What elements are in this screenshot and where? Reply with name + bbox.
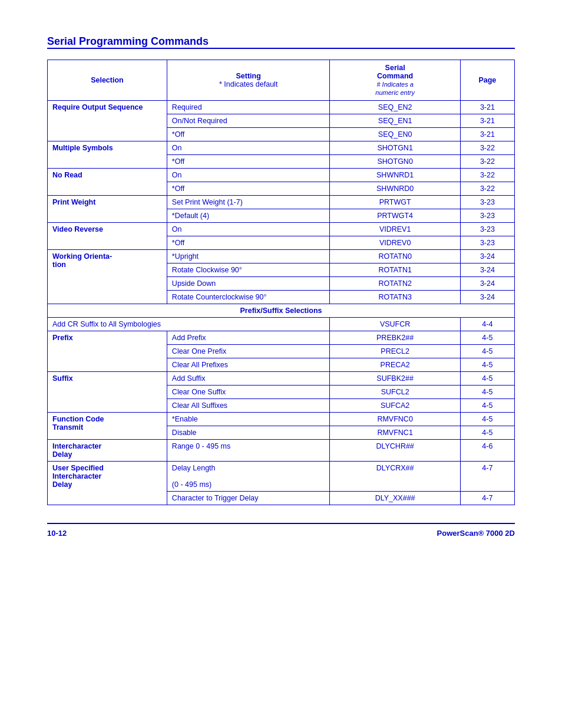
command-cell: SHWNRD1 bbox=[330, 169, 460, 182]
page-cell: 3-22 bbox=[460, 169, 514, 182]
selection-cell: Print Weight bbox=[48, 196, 167, 223]
setting-cell: Add Prefix bbox=[167, 331, 330, 345]
setting-cell: *Off bbox=[167, 236, 330, 250]
setting-cell: Character to Trigger Delay bbox=[167, 492, 330, 505]
table-row: User SpecifiedIntercharacterDelayDelay L… bbox=[48, 462, 515, 492]
selection-cell: Suffix bbox=[48, 372, 167, 413]
page-cell: 4-5 bbox=[460, 386, 514, 399]
setting-cell: *Upright bbox=[167, 250, 330, 263]
page-cell: 4-6 bbox=[460, 440, 514, 462]
setting-cell: Set Print Weight (1-7) bbox=[167, 196, 330, 209]
page-cell: 3-22 bbox=[460, 141, 514, 155]
command-cell: RMVFNC0 bbox=[330, 413, 460, 426]
full-row-label: Add CR Suffix to All Symbologies bbox=[48, 318, 330, 331]
setting-cell: Upside Down bbox=[167, 277, 330, 291]
setting-cell: Clear One Suffix bbox=[167, 386, 330, 399]
page-cell: 3-24 bbox=[460, 291, 514, 304]
footer-right: PowerScan® 7000 2D bbox=[437, 529, 515, 538]
table-row: IntercharacterDelayRange 0 - 495 msDLYCH… bbox=[48, 440, 515, 462]
command-cell: SHOTGN1 bbox=[330, 141, 460, 155]
setting-cell: *Off bbox=[167, 155, 330, 169]
selection-cell: Working Orienta-tion bbox=[48, 250, 167, 304]
command-cell: ROTATN0 bbox=[330, 250, 460, 263]
command-cell: SUFCA2 bbox=[330, 399, 460, 413]
setting-cell: On bbox=[167, 141, 330, 155]
selection-cell: Video Reverse bbox=[48, 223, 167, 250]
command-cell: PRTWGT bbox=[330, 196, 460, 209]
table-row: No ReadOnSHWNRD13-22 bbox=[48, 169, 515, 182]
col-header-page: Page bbox=[460, 60, 514, 101]
page-cell: 3-24 bbox=[460, 250, 514, 263]
command-cell: SHWNRD0 bbox=[330, 182, 460, 196]
page-cell: 4-5 bbox=[460, 358, 514, 372]
command-cell: SEQ_EN0 bbox=[330, 128, 460, 141]
page-cell: 4-5 bbox=[460, 372, 514, 386]
table-row: Working Orienta-tion*UprightROTATN03-24 bbox=[48, 250, 515, 263]
command-cell: ROTATN2 bbox=[330, 277, 460, 291]
command-cell: PRECA2 bbox=[330, 358, 460, 372]
selection-cell: No Read bbox=[48, 169, 167, 196]
selection-cell: Multiple Symbols bbox=[48, 141, 167, 169]
command-cell: SUFCL2 bbox=[330, 386, 460, 399]
selection-cell: Function CodeTransmit bbox=[48, 413, 167, 440]
selection-cell: User SpecifiedIntercharacterDelay bbox=[48, 462, 167, 505]
command-cell: PRTWGT4 bbox=[330, 209, 460, 223]
page-cell: 3-24 bbox=[460, 277, 514, 291]
command-cell: PRECL2 bbox=[330, 345, 460, 358]
setting-cell: Range 0 - 495 ms bbox=[167, 440, 330, 462]
command-cell: DLYCHR## bbox=[330, 440, 460, 462]
page-cell: 3-21 bbox=[460, 114, 514, 128]
page-cell: 4-7 bbox=[460, 462, 514, 492]
command-cell: SEQ_EN2 bbox=[330, 101, 460, 114]
setting-cell: *Off bbox=[167, 182, 330, 196]
page-cell: 3-23 bbox=[460, 223, 514, 236]
command-cell: VIDREV1 bbox=[330, 223, 460, 236]
page-cell: 3-22 bbox=[460, 182, 514, 196]
page-cell: 3-23 bbox=[460, 209, 514, 223]
col-header-selection: Selection bbox=[48, 60, 167, 101]
page-cell: 3-21 bbox=[460, 128, 514, 141]
command-cell: DLYCRX## bbox=[330, 462, 460, 492]
main-table: Selection Setting * Indicates default Se… bbox=[47, 60, 515, 505]
footer-left: 10-12 bbox=[47, 529, 67, 538]
page-cell: 3-23 bbox=[460, 236, 514, 250]
setting-cell: Delay Length(0 - 495 ms) bbox=[167, 462, 330, 492]
command-cell: PREBK2## bbox=[330, 331, 460, 345]
selection-cell: Prefix bbox=[48, 331, 167, 372]
setting-cell: Rotate Clockwise 90° bbox=[167, 263, 330, 277]
page-footer: 10-12 PowerScan® 7000 2D bbox=[47, 523, 515, 538]
page-cell: 4-5 bbox=[460, 399, 514, 413]
table-row: Function CodeTransmit*EnableRMVFNC04-5 bbox=[48, 413, 515, 426]
page-cell: 3-22 bbox=[460, 155, 514, 169]
command-cell: RMVFNC1 bbox=[330, 426, 460, 440]
table-row: Video ReverseOnVIDREV13-23 bbox=[48, 223, 515, 236]
table-row: Print WeightSet Print Weight (1-7)PRTWGT… bbox=[48, 196, 515, 209]
command-cell: ROTATN1 bbox=[330, 263, 460, 277]
command-cell: SEQ_EN1 bbox=[330, 114, 460, 128]
setting-cell: *Off bbox=[167, 128, 330, 141]
table-row: SuffixAdd SuffixSUFBK2##4-5 bbox=[48, 372, 515, 386]
setting-cell: Add Suffix bbox=[167, 372, 330, 386]
col-header-command: Serial Command # Indicates a numeric ent… bbox=[330, 60, 460, 101]
table-row: Require Output SequenceRequiredSEQ_EN23-… bbox=[48, 101, 515, 114]
selection-cell: IntercharacterDelay bbox=[48, 440, 167, 462]
page-cell: 4-5 bbox=[460, 345, 514, 358]
page-cell: 3-21 bbox=[460, 101, 514, 114]
setting-cell: Required bbox=[167, 101, 330, 114]
page-cell: 4-4 bbox=[460, 318, 514, 331]
setting-cell: *Default (4) bbox=[167, 209, 330, 223]
setting-cell: Disable bbox=[167, 426, 330, 440]
table-row: Add CR Suffix to All SymbologiesVSUFCR4-… bbox=[48, 318, 515, 331]
command-cell: SHOTGN0 bbox=[330, 155, 460, 169]
page-title: Serial Programming Commands bbox=[47, 35, 515, 49]
setting-cell: On bbox=[167, 169, 330, 182]
setting-cell: On bbox=[167, 223, 330, 236]
setting-cell: Clear One Prefix bbox=[167, 345, 330, 358]
command-cell: ROTATN3 bbox=[330, 291, 460, 304]
page-cell: 3-23 bbox=[460, 196, 514, 209]
col-header-setting: Setting * Indicates default bbox=[167, 60, 330, 101]
command-cell: VIDREV0 bbox=[330, 236, 460, 250]
setting-cell: On/Not Required bbox=[167, 114, 330, 128]
setting-cell: Clear All Suffixes bbox=[167, 399, 330, 413]
page-cell: 3-24 bbox=[460, 263, 514, 277]
